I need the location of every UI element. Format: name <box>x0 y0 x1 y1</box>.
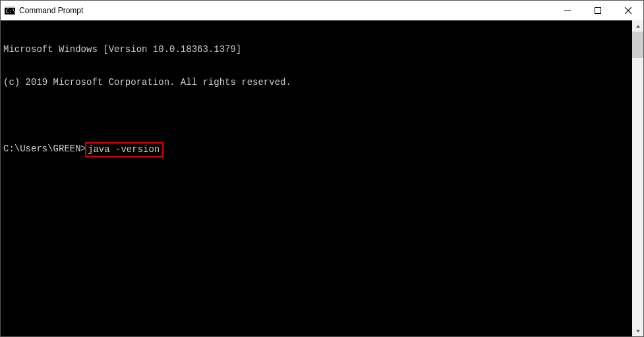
scroll-up-button[interactable] <box>632 20 643 32</box>
window-controls <box>552 1 643 20</box>
prompt-path: C:\Users\GREEN> <box>3 143 86 157</box>
output-line: (c) 2019 Microsoft Corporation. All righ… <box>3 77 632 88</box>
svg-text:C:\: C:\ <box>6 9 15 14</box>
output-blank <box>3 110 632 121</box>
window: C:\ Command Prompt Microsoft Windows [Ve… <box>0 0 644 337</box>
window-body: Microsoft Windows [Version 10.0.18363.13… <box>1 20 643 336</box>
scroll-down-button[interactable] <box>632 325 643 336</box>
minimize-button[interactable] <box>552 1 583 20</box>
maximize-button[interactable] <box>583 1 613 20</box>
scroll-track[interactable] <box>632 32 643 325</box>
titlebar[interactable]: C:\ Command Prompt <box>1 1 643 20</box>
svg-marker-7 <box>636 25 640 28</box>
close-button[interactable] <box>613 1 643 20</box>
scroll-thumb[interactable] <box>632 32 643 58</box>
window-title: Command Prompt <box>19 6 552 15</box>
svg-rect-1 <box>5 7 15 8</box>
prompt-line: C:\Users\GREEN>java -version <box>3 143 632 157</box>
vertical-scrollbar[interactable] <box>632 20 643 336</box>
command-text: java -version <box>88 144 160 155</box>
svg-rect-4 <box>595 8 601 14</box>
svg-marker-8 <box>636 330 640 332</box>
output-line: Microsoft Windows [Version 10.0.18363.13… <box>3 44 632 55</box>
highlighted-command: java -version <box>85 142 163 157</box>
terminal-output[interactable]: Microsoft Windows [Version 10.0.18363.13… <box>1 20 632 336</box>
cmd-icon: C:\ <box>5 5 15 16</box>
